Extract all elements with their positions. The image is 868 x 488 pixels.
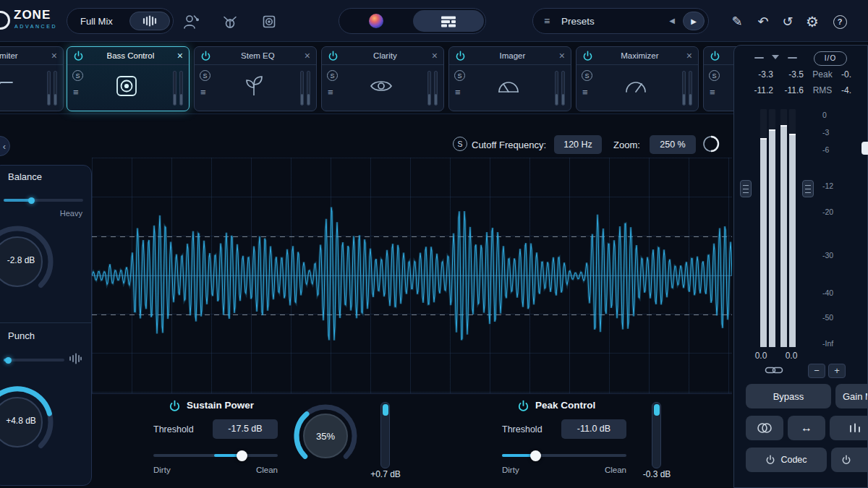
output-gain-handle[interactable]	[802, 180, 814, 197]
balance-slider[interactable]	[4, 199, 83, 202]
meter-options-caret-icon[interactable]	[772, 55, 779, 59]
bass-stem-button[interactable]	[259, 12, 279, 32]
power-icon[interactable]	[73, 51, 84, 61]
edit-pencil-icon[interactable]: ✎	[728, 12, 746, 31]
follow-playhead-icon[interactable]	[701, 134, 721, 154]
power-icon[interactable]	[455, 51, 466, 61]
width-button[interactable]: ↔	[788, 416, 825, 440]
full-mix-selector[interactable]: Full Mix	[67, 8, 174, 34]
panel-button-partial[interactable]	[830, 416, 868, 440]
help-icon[interactable]: ?	[830, 12, 849, 31]
close-icon[interactable]: ×	[686, 51, 692, 61]
sustain-gain-thumb[interactable]	[383, 404, 388, 416]
peak-power-icon[interactable]	[517, 400, 529, 412]
stereo-mode-button[interactable]	[746, 416, 783, 440]
module-card-bass-control[interactable]: Bass Control × S ≡	[67, 46, 190, 111]
history-icon[interactable]: ↺	[778, 12, 797, 31]
reference-button-partial[interactable]	[831, 448, 868, 472]
punch-slider[interactable]	[4, 359, 64, 361]
bypass-button[interactable]: Bypass	[746, 384, 831, 408]
sustain-threshold-value[interactable]: -17.5 dB	[213, 419, 278, 439]
peak-dirty-clean-slider[interactable]	[502, 454, 626, 457]
close-icon[interactable]: ×	[305, 51, 310, 61]
stems-view-button[interactable]	[413, 10, 484, 32]
module-preset-icon[interactable]: ≡	[200, 87, 206, 98]
cutoff-frequency-value[interactable]: 120 Hz	[554, 135, 602, 154]
gain-left-value[interactable]: 0.0	[749, 351, 773, 361]
peak-readout-label: Peak	[808, 69, 837, 80]
vocal-stem-button[interactable]	[181, 12, 201, 32]
meter-option-dash[interactable]	[788, 57, 797, 59]
rms-readout-label: RMS	[808, 85, 837, 95]
power-icon	[765, 455, 775, 465]
peak-threshold-value[interactable]: -11.0 dB	[561, 419, 626, 439]
logo-subtext: ADVANCED	[14, 24, 57, 29]
rms-clipped-readout: -4.	[841, 85, 868, 95]
module-preset-icon[interactable]: ≡	[710, 87, 715, 98]
waveform-display[interactable]	[92, 158, 732, 394]
sphere-view-button[interactable]	[339, 9, 413, 33]
module-meter	[555, 71, 565, 106]
solo-button[interactable]: S	[327, 70, 338, 81]
solo-button[interactable]: S	[454, 70, 465, 81]
module-meter	[682, 71, 692, 106]
balance-heavy-label: Heavy	[60, 209, 82, 218]
close-icon[interactable]: ×	[559, 51, 565, 61]
settings-gear-icon[interactable]: ⚙	[803, 12, 822, 31]
module-preset-icon[interactable]: ≡	[73, 87, 79, 98]
input-gain-handle[interactable]	[740, 180, 752, 197]
gain-plus-button[interactable]: +	[828, 364, 846, 378]
link-channels-icon[interactable]	[765, 365, 783, 375]
power-icon[interactable]	[328, 51, 339, 61]
gain-match-button[interactable]: Gain M	[835, 384, 868, 408]
module-preset-icon[interactable]: ≡	[582, 87, 588, 98]
module-card-limiter[interactable]: Limiter ×	[0, 46, 64, 111]
module-preset-icon[interactable]: ≡	[455, 87, 461, 98]
peak-slider-thumb[interactable]	[530, 450, 541, 461]
meter-scale-tick: -3	[822, 128, 854, 137]
sustain-clean-label: Clean	[242, 466, 278, 474]
solo-button[interactable]: S	[582, 70, 592, 81]
sustain-slider-thumb[interactable]	[237, 450, 247, 461]
power-icon[interactable]	[710, 51, 720, 61]
solo-button[interactable]: S	[200, 70, 210, 81]
codec-button[interactable]: Codec	[746, 448, 827, 472]
presets-selector[interactable]: ≡ Presets ◀ ▶	[532, 8, 709, 34]
peak-gain-thumb[interactable]	[654, 404, 660, 416]
cutoff-solo-button[interactable]: S	[453, 137, 467, 151]
module-title: Clarity	[343, 51, 427, 60]
gain-minus-button[interactable]: −	[808, 364, 825, 378]
meter-option-dash[interactable]	[754, 57, 764, 59]
waveform-toggle-button[interactable]	[129, 12, 170, 30]
presets-label: Presets	[561, 16, 595, 27]
close-icon[interactable]: ×	[432, 51, 438, 61]
gain-right-value[interactable]: 0.0	[779, 351, 804, 361]
punch-slider-thumb[interactable]	[5, 357, 12, 364]
module-card-stem-eq[interactable]: Stem EQ × S ≡	[194, 46, 317, 111]
close-icon[interactable]: ×	[177, 51, 183, 61]
power-icon[interactable]	[200, 51, 211, 61]
module-card-imager[interactable]: Imager × S ≡	[448, 46, 571, 111]
collapse-panel-button[interactable]: ‹	[0, 136, 10, 156]
drums-stem-button[interactable]	[220, 12, 240, 32]
sustain-dirty-clean-slider[interactable]	[153, 454, 278, 457]
level-meter-bar	[780, 109, 787, 348]
preset-next-button[interactable]: ▶	[683, 12, 705, 30]
solo-button[interactable]: S	[709, 70, 720, 81]
zoom-value[interactable]: 250 %	[650, 135, 696, 154]
solo-button[interactable]: S	[72, 70, 83, 81]
module-preset-icon[interactable]: ≡	[328, 87, 333, 98]
sustain-power-icon[interactable]	[169, 400, 181, 412]
panel-resize-handle[interactable]	[861, 142, 868, 155]
module-card-clarity[interactable]: Clarity × S ≡	[321, 46, 444, 111]
close-icon[interactable]: ×	[51, 51, 57, 61]
power-icon[interactable]	[582, 51, 593, 61]
undo-icon[interactable]: ↶	[754, 12, 773, 31]
balance-slider-thumb[interactable]	[28, 197, 35, 204]
preset-prev-button[interactable]: ◀	[669, 17, 675, 25]
meter-bars-icon	[848, 423, 862, 433]
module-card-maximizer[interactable]: Maximizer × S ≡	[576, 46, 699, 111]
sustain-gain-slider[interactable]	[380, 402, 390, 468]
peak-gain-slider[interactable]	[652, 402, 661, 468]
io-button[interactable]: I/O	[814, 51, 847, 66]
